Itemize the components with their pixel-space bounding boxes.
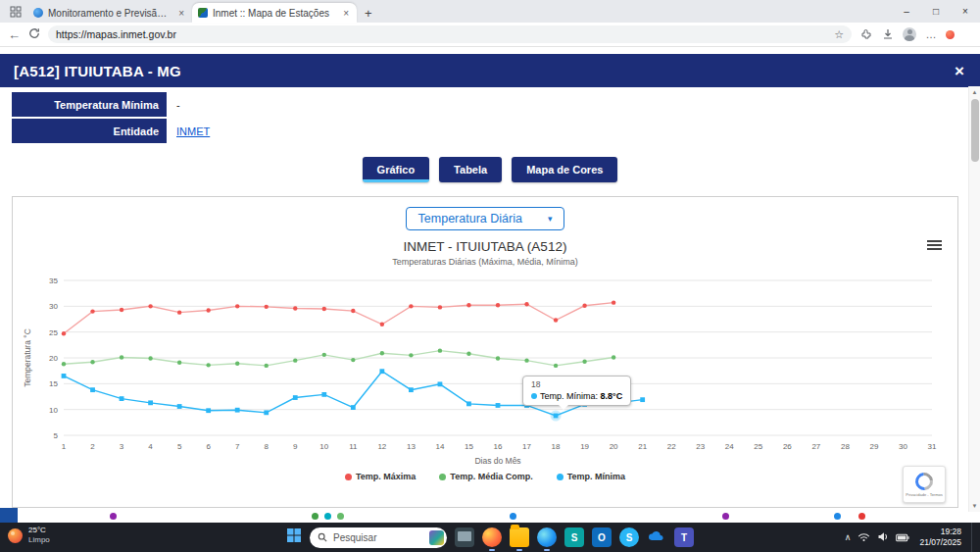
scroll-up-icon[interactable]: ▲ — [969, 86, 980, 98]
svg-text:24: 24 — [725, 442, 734, 451]
workspaces-icon[interactable] — [8, 4, 24, 20]
map-marker[interactable] — [834, 513, 841, 520]
profile-badge-icon[interactable] — [946, 30, 955, 39]
show-desktop-button[interactable] — [971, 523, 974, 552]
skype-icon[interactable]: S — [619, 527, 639, 547]
svg-text:17: 17 — [522, 442, 531, 451]
chart-menu-icon[interactable] — [927, 238, 942, 252]
new-tab-button[interactable]: + — [357, 6, 380, 23]
refresh-icon[interactable] — [28, 27, 40, 42]
taskbar-search[interactable]: Pesquisar — [310, 527, 447, 548]
windows-taskbar: 25°C Limpo Pesquisar S O S T — [0, 523, 980, 552]
system-tray: ∧ 19:28 21/07/2025 — [845, 523, 974, 552]
svg-text:28: 28 — [841, 442, 850, 451]
svg-text:12: 12 — [377, 442, 386, 451]
legend-dot-icon — [557, 474, 564, 480]
map-marker[interactable] — [510, 513, 516, 520]
onedrive-icon[interactable] — [647, 527, 666, 547]
url-text: https://mapas.inmet.gov.br — [56, 28, 828, 40]
svg-text:29: 29 — [869, 442, 878, 451]
teams-icon[interactable]: T — [674, 527, 694, 547]
legend-item[interactable]: Temp. Mínima — [557, 472, 625, 481]
close-window-button[interactable]: × — [951, 0, 980, 23]
legend-item[interactable]: Temp. Média Comp. — [439, 472, 532, 481]
info-value: - — [167, 92, 180, 117]
tab-close-icon[interactable]: × — [176, 8, 186, 19]
svg-text:6: 6 — [206, 442, 211, 451]
browser-tab-monitoramento[interactable]: Monitoramento e Previsão - Bras... × — [27, 3, 192, 23]
chart-subtitle: Temperaturas Diárias (Máxima, Média, Mín… — [13, 257, 957, 267]
scrollbar-thumb[interactable] — [971, 99, 979, 162]
tab-title: Monitoramento e Previsão - Bras... — [48, 8, 172, 19]
svg-text:2: 2 — [90, 442, 95, 451]
store-icon[interactable]: S — [564, 527, 584, 547]
edge-icon[interactable] — [537, 527, 557, 547]
svg-text:Temperatura °C: Temperatura °C — [23, 328, 32, 387]
svg-text:10: 10 — [319, 442, 328, 451]
chevron-up-icon[interactable]: ∧ — [845, 532, 852, 542]
info-value: INMET — [167, 119, 210, 143]
tabela-button[interactable]: Tabela — [439, 157, 502, 182]
battery-icon[interactable] — [896, 528, 909, 546]
map-marker[interactable] — [110, 513, 117, 520]
legend-dot-icon — [439, 474, 446, 480]
svg-text:16: 16 — [494, 442, 503, 451]
modal-close-icon[interactable]: × — [955, 63, 964, 79]
search-highlight-image — [429, 530, 444, 545]
tab-close-icon[interactable]: × — [341, 8, 351, 19]
favorites-star-icon[interactable]: ☆ — [834, 28, 844, 41]
svg-text:20: 20 — [610, 442, 618, 451]
maximize-button[interactable]: □ — [921, 0, 951, 23]
view-switcher: Gráfico Tabela Mapa de Cores — [0, 157, 980, 182]
chart-legend: Temp. MáximaTemp. Média Comp.Temp. Mínim… — [13, 472, 957, 481]
station-title: [A512] ITUIUTABA - MG — [14, 63, 181, 79]
svg-text:3: 3 — [120, 442, 124, 451]
minimize-button[interactable]: – — [892, 0, 921, 23]
desktop-app-icon[interactable] — [455, 527, 474, 547]
temperature-chart[interactable]: 5101520253035123456789101112131415161718… — [21, 269, 950, 471]
entidade-link[interactable]: INMET — [176, 125, 210, 137]
recaptcha-badge[interactable]: Privacidade - Termos — [903, 466, 946, 503]
browser-tab-inmet[interactable]: Inmet :: Mapa de Estações × — [192, 3, 357, 23]
svg-text:25: 25 — [49, 328, 58, 337]
browser-address-bar: ← https://mapas.inmet.gov.br ☆ … — [0, 23, 980, 47]
screen: Monitoramento e Previsão - Bras... × Inm… — [0, 0, 980, 552]
map-zoom-control[interactable] — [0, 508, 18, 523]
back-icon[interactable]: ← — [8, 27, 21, 42]
browser-tab-strip: Monitoramento e Previsão - Bras... × Inm… — [0, 0, 980, 23]
weather-temp: 25°C — [28, 526, 50, 535]
taskbar-clock[interactable]: 19:28 21/07/2025 — [919, 527, 961, 548]
chart-area: 5101520253035123456789101112131415161718… — [21, 269, 950, 471]
map-marker[interactable] — [312, 513, 318, 520]
window-controls: – □ × — [892, 0, 980, 23]
start-button[interactable] — [286, 527, 302, 547]
legend-dot-icon — [345, 474, 352, 480]
address-field[interactable]: https://mapas.inmet.gov.br ☆ — [48, 25, 852, 43]
taskbar-weather-widget[interactable]: 25°C Limpo — [8, 526, 50, 546]
map-marker[interactable] — [337, 513, 344, 520]
chart-card: Temperatura Diária ▾ INMET - ITUIUTABA (… — [12, 196, 958, 508]
map-marker[interactable] — [324, 513, 331, 520]
more-menu-icon[interactable]: … — [924, 27, 938, 41]
grafico-button[interactable]: Gráfico — [363, 157, 430, 182]
downloads-icon[interactable] — [881, 27, 895, 41]
profile-avatar[interactable] — [903, 27, 916, 41]
page-scrollbar[interactable]: ▲ ▼ — [968, 86, 980, 512]
chart-type-select[interactable]: Temperatura Diária ▾ — [406, 207, 565, 230]
volume-icon[interactable] — [877, 528, 889, 546]
scroll-down-icon[interactable]: ▼ — [969, 500, 980, 512]
map-marker[interactable] — [858, 513, 865, 520]
mapa-de-cores-button[interactable]: Mapa de Cores — [512, 157, 617, 182]
wifi-icon[interactable] — [858, 528, 870, 546]
page: [A512] ITUIUTABA - MG × Temperatura Míni… — [0, 47, 980, 523]
search-placeholder: Pesquisar — [333, 532, 423, 543]
clock-date: 21/07/2025 — [919, 537, 961, 548]
file-explorer-icon[interactable] — [510, 527, 529, 547]
firefox-icon[interactable] — [482, 527, 502, 547]
map-marker[interactable] — [722, 513, 729, 520]
extensions-icon[interactable] — [859, 27, 873, 41]
svg-text:1: 1 — [62, 442, 67, 451]
svg-text:18: 18 — [552, 442, 561, 451]
outlook-icon[interactable]: O — [592, 527, 612, 547]
legend-item[interactable]: Temp. Máxima — [345, 472, 416, 481]
